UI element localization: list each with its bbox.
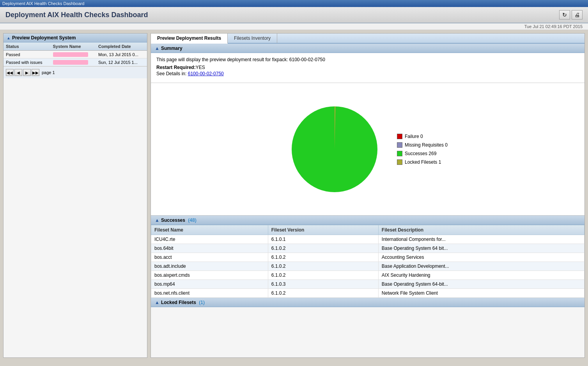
successes-title: Successes [161,217,185,223]
row1-status: Passed [4,51,51,58]
fileset-version-1: 6.1.0.2 [268,244,378,253]
fileset-version-3: 6.1.0.2 [268,262,378,271]
fileset-desc-6: Network File System Client [378,289,584,298]
tab-preview-deployment-results[interactable]: Preview Deployment Results [151,34,228,44]
legend: Failure 0 Missing Requisites 0 Successes… [397,134,448,165]
fileset-desc-2: Accounting Services [378,253,584,262]
systems-table: Status System Name Completed Date Passed… [4,42,147,66]
details-line: See Details in: 6100-00-02-0750 [156,71,579,76]
successes-count: (48) [187,217,197,223]
next-page-button[interactable]: ▶ [23,69,31,76]
legend-label-successes: Successes 269 [405,151,436,156]
locked-filesets-title: Locked Filesets [161,300,196,305]
details-link[interactable]: 6100-00-02-0750 [188,71,224,76]
left-panel: ▲ Preview Deployment System Status Syste… [3,33,147,358]
print-icon: 🖨 [574,12,580,18]
fileset-desc-1: Base Operating System 64 bit... [378,244,584,253]
row1-date: Mon, 13 Jul 2015 0... [96,51,147,58]
right-panel: Preview Deployment Results Filesets Inve… [151,33,585,358]
fileset-desc-3: Base Application Development... [378,262,584,271]
page-title: Deployment AIX Health Checks Dashboard [5,11,148,19]
fileset-name-5: bos.mp64 [151,280,268,289]
summary-toggle[interactable]: ▲ [155,46,159,51]
fileset-name-0: ICU4C.rte [151,235,268,244]
prev-page-button[interactable]: ◀ [14,69,22,76]
legend-label-failure: Failure 0 [405,134,423,139]
row2-date: Sun, 12 Jul 2015 1... [96,58,147,66]
col-system-name: System Name [51,42,96,51]
legend-item-locked-filesets: Locked Filesets 1 [397,159,448,165]
locked-filesets-toggle[interactable]: ▲ [155,300,159,305]
table-row: bos.mp64 6.1.0.3 Base Operating System 6… [151,280,584,289]
left-panel-title: Preview Deployment System [12,35,76,41]
table-row: ICU4C.rte 6.1.0.1 International Componen… [151,235,584,244]
fileset-version-5: 6.1.0.3 [268,280,378,289]
legend-item-successes: Successes 269 [397,151,448,156]
table-row: bos.64bit 6.1.0.2 Base Operating System … [151,244,584,253]
summary-content: This page will display the preview deplo… [151,53,584,83]
refresh-button[interactable]: ↻ [559,10,570,19]
legend-color-successes [397,151,402,156]
table-row: bos.acct 6.1.0.2 Accounting Services [151,253,584,262]
successes-table-header-row: Fileset Name Fileset Version Fileset Des… [151,225,584,235]
timestamp-bar: Tue Jul 21 02:49:16 PDT 2015 [0,23,588,30]
fileset-desc-5: Base Operating System 64-bit... [378,280,584,289]
chart-container: Failure 0 Missing Requisites 0 Successes… [288,103,448,196]
restart-label: Restart Required: [156,65,196,70]
left-panel-toggle[interactable]: ▲ [7,36,11,40]
table-row: bos.aixpert.cmds 6.1.0.2 AIX Security Ha… [151,271,584,280]
pie-chart [288,103,381,196]
table-row[interactable]: Passed with issues Sun, 12 Jul 2015 1... [4,58,147,66]
row2-status: Passed with issues [4,58,51,66]
legend-color-failure [397,134,402,139]
fileset-name-6: bos.net.nfs.client [151,289,268,298]
col-fileset-name: Fileset Name [151,225,268,235]
tab-filesets-inventory[interactable]: Filesets Inventory [228,34,277,43]
header-icons: ↻ 🖨 [559,10,583,19]
legend-label-missing-requisites: Missing Requisites 0 [405,142,448,148]
print-button[interactable]: 🖨 [572,10,583,19]
summary-description: This page will display the preview deplo… [156,57,579,62]
restart-line: Restart Required:YES [156,65,579,70]
successes-toggle[interactable]: ▲ [155,217,159,223]
pagination: ◀◀ ◀ ▶ ▶▶ page 1 [4,66,147,78]
col-fileset-version: Fileset Version [268,225,378,235]
chart-area: Failure 0 Missing Requisites 0 Successes… [151,83,584,216]
fileset-version-4: 6.1.0.2 [268,271,378,280]
legend-item-missing-requisites: Missing Requisites 0 [397,142,448,148]
table-row[interactable]: Passed Mon, 13 Jul 2015 0... [4,51,147,58]
locked-filesets-section-header: ▲ Locked Filesets (1) [151,298,584,307]
right-content: ▲ Summary This page will display the pre… [151,44,584,357]
title-bar: Deployment AIX Health Checks Dashboard [0,0,588,7]
fileset-desc-4: AIX Security Hardening [378,271,584,280]
tabs-bar: Preview Deployment Results Filesets Inve… [151,34,584,44]
legend-item-failure: Failure 0 [397,134,448,139]
col-completed-date: Completed Date [96,42,147,51]
row1-system-name [51,51,96,58]
restart-value: YES [196,65,205,70]
fileset-version-6: 6.1.0.2 [268,289,378,298]
fileset-name-2: bos.acct [151,253,268,262]
last-page-button[interactable]: ▶▶ [32,69,39,76]
first-page-button[interactable]: ◀◀ [6,69,14,76]
left-panel-header: ▲ Preview Deployment System [4,34,147,42]
fileset-name-3: bos.adt.include [151,262,268,271]
col-fileset-description: Fileset Description [378,225,584,235]
title-bar-text: Deployment AIX Health Checks Dashboard [2,1,84,6]
details-label: See Details in: [156,71,186,76]
main-header: Deployment AIX Health Checks Dashboard ↻… [0,7,588,23]
page-label: page 1 [42,70,55,75]
fileset-desc-0: International Components for... [378,235,584,244]
systems-table-header-row: Status System Name Completed Date [4,42,147,51]
content-area: ▲ Preview Deployment System Status Syste… [0,30,588,361]
legend-color-missing-requisites [397,142,402,148]
fileset-name-1: bos.64bit [151,244,268,253]
table-row: bos.adt.include 6.1.0.2 Base Application… [151,262,584,271]
col-status: Status [4,42,51,51]
successes-section-header: ▲ Successes (48) [151,216,584,225]
legend-label-locked-filesets: Locked Filesets 1 [405,159,441,165]
summary-title: Summary [161,46,182,51]
refresh-icon: ↻ [562,12,567,18]
legend-color-locked-filesets [397,159,402,165]
fileset-version-2: 6.1.0.2 [268,253,378,262]
